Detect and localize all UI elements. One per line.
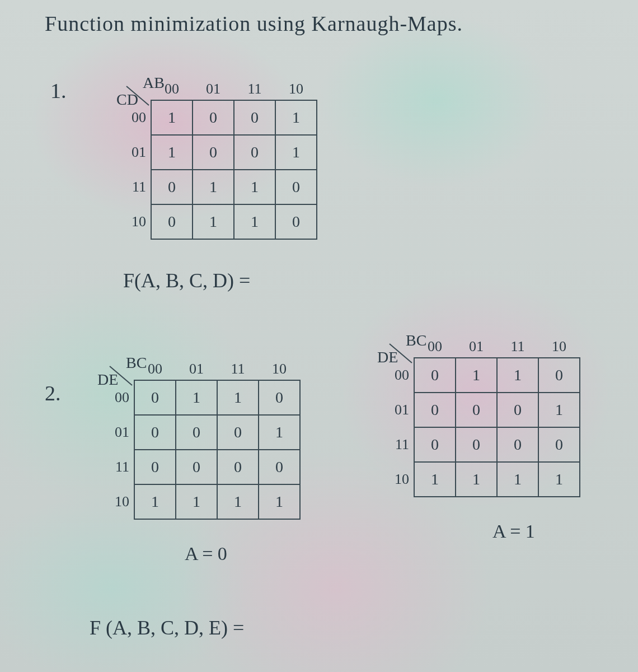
kmap1-axis-left: CD [116,91,138,109]
kmap2a-cell: 0 [259,450,300,484]
kmap1-col-header: 11 [234,78,275,100]
kmap1-cell: 1 [234,204,275,239]
kmap1-cell: 1 [151,135,193,170]
kmap2b-cell: 0 [538,358,580,393]
kmap1-cell: 0 [151,204,193,239]
kmap2a-cell: 0 [134,380,176,415]
kmap2a-cell: 0 [134,450,176,484]
kmap2b-cell: 1 [497,462,538,497]
kmap2a-cell: 1 [176,484,217,519]
kmap1-cell: 0 [275,170,317,204]
kmap-1: AB CD 00 01 11 10 00 1 0 0 1 01 1 [118,78,317,240]
kmap-2a: BC DE 00 01 11 10 00 0 1 1 0 01 0 [101,358,301,520]
kmap2a-cell: 0 [176,415,217,450]
kmap1-col-header: 01 [193,78,234,100]
kmap2b-cell: 0 [414,427,456,462]
kmap2a-cell: 1 [259,415,300,450]
kmap2a-cell: 0 [217,415,259,450]
formula-1: F(A, B, C, D) = [123,269,250,292]
kmap2a-table: 00 01 11 10 00 0 1 1 0 01 0 0 0 1 11 0 [101,358,301,520]
kmap2b-row-header: 11 [381,427,414,462]
kmap2a-label: A = 0 [185,543,227,564]
kmap2b-cell: 0 [414,393,456,427]
kmap2a-row-header: 01 [101,415,134,450]
kmap1-cell: 0 [193,135,234,170]
kmap2a-cell: 1 [259,484,300,519]
kmap2b-cell: 1 [497,358,538,393]
problem-number-1: 1. [50,78,67,103]
kmap1-cell: 1 [193,170,234,204]
kmap2a-cell: 1 [176,380,217,415]
kmap1-cell: 1 [234,170,275,204]
kmap2b-label: A = 1 [492,521,535,542]
kmap2b-cell: 0 [456,427,497,462]
kmap2b-cell: 1 [538,393,580,427]
kmap1-axis-top: AB [143,74,165,92]
kmap2a-col-header: 01 [176,358,217,380]
kmap1-cell: 1 [275,100,317,135]
kmap1-cell: 0 [151,170,193,204]
kmap2a-row-header: 11 [101,450,134,484]
page-title: Function minimization using Karnaugh-Map… [45,11,463,36]
kmap1-cell: 0 [193,100,234,135]
kmap2b-col-header: 11 [497,336,538,358]
kmap2a-cell: 0 [259,380,300,415]
kmap2b-row-header: 10 [381,462,414,497]
formula-2: F (A, B, C, D, E) = [90,616,244,640]
kmap2a-cell: 0 [217,450,259,484]
kmap2a-cell: 0 [176,450,217,484]
kmap1-table: 00 01 11 10 00 1 0 0 1 01 1 0 0 1 11 0 [118,78,317,240]
kmap1-row-header: 11 [118,170,151,204]
kmap2a-cell: 1 [217,380,259,415]
kmap2a-cell: 1 [134,484,176,519]
problem-number-2: 2. [45,381,61,405]
kmap2b-cell: 1 [456,358,497,393]
kmap1-cell: 1 [193,204,234,239]
handwritten-page: Function minimization using Karnaugh-Map… [0,0,638,672]
kmap2b-cell: 1 [414,462,456,497]
kmap1-cell: 1 [151,100,193,135]
kmap2b-axis-top: BC [406,332,426,349]
kmap2a-cell: 0 [134,415,176,450]
kmap2b-cell: 0 [497,427,538,462]
kmap2b-axis-left: DE [377,348,398,366]
kmap2a-col-header: 11 [217,358,259,380]
kmap2b-col-header: 10 [538,336,580,358]
kmap2b-col-header: 01 [456,336,497,358]
kmap1-row-header: 01 [118,135,151,170]
kmap2a-axis-top: BC [126,354,147,372]
kmap2a-row-header: 10 [101,484,134,519]
kmap1-cell: 0 [234,135,275,170]
kmap-2b: BC DE 00 01 11 10 00 0 1 1 0 01 0 [381,336,580,497]
kmap2b-cell: 0 [497,393,538,427]
kmap2a-col-header: 10 [259,358,300,380]
kmap2b-cell: 1 [538,462,580,497]
kmap1-cell: 1 [275,135,317,170]
kmap1-cell: 0 [234,100,275,135]
kmap2b-cell: 0 [456,393,497,427]
kmap2b-row-header: 01 [381,393,414,427]
kmap1-row-header: 10 [118,204,151,239]
kmap2a-axis-left: DE [97,371,118,389]
kmap2a-cell: 1 [217,484,259,519]
kmap1-cell: 0 [275,204,317,239]
kmap2b-cell: 1 [456,462,497,497]
kmap2b-cell: 0 [414,358,456,393]
kmap1-col-header: 10 [275,78,317,100]
kmap2b-cell: 0 [538,427,580,462]
kmap2b-table: 00 01 11 10 00 0 1 1 0 01 0 0 0 1 11 0 [381,336,580,497]
